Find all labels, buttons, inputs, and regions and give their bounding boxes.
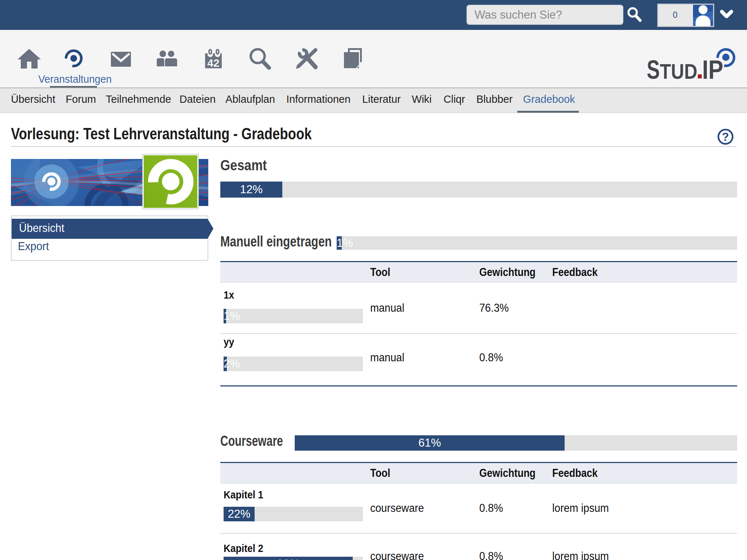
svg-text:TUD: TUD	[660, 59, 697, 80]
svg-text:?: ?	[722, 131, 729, 143]
svg-text:42: 42	[207, 57, 219, 69]
svg-text:S: S	[647, 58, 660, 80]
